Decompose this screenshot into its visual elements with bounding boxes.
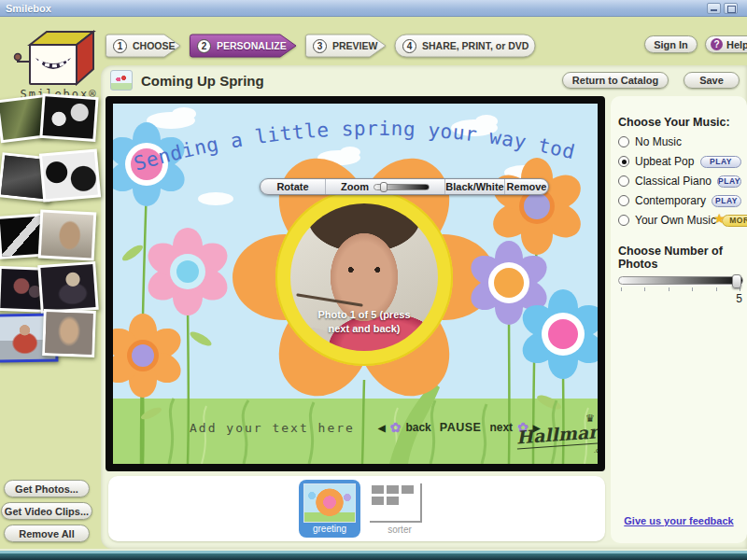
radio-no-music[interactable] (618, 136, 629, 147)
radio-contemporary[interactable] (618, 195, 629, 206)
photo-toolbar: Rotate Zoom Black/White Remove (260, 178, 549, 195)
remove-button[interactable]: Remove (505, 179, 548, 194)
music-option-contemporary: Contemporary PLAY (618, 193, 741, 208)
bottom-border-strip (0, 549, 747, 560)
play-button[interactable]: PLAY (712, 195, 741, 207)
photo-thumbnail[interactable] (42, 309, 96, 357)
music-option-classical-piano: Classical Piano PLAY (618, 174, 741, 189)
play-button[interactable]: PLAY (700, 156, 741, 168)
maximize-button[interactable] (724, 3, 738, 14)
photo-thumbnail[interactable] (39, 148, 101, 202)
play-button[interactable]: PLAY (717, 175, 741, 188)
get-photos-button[interactable]: Get Photos... (4, 480, 90, 497)
help-label: Help (726, 39, 747, 50)
zoom-slider[interactable] (374, 184, 430, 190)
remove-all-button[interactable]: Remove All (4, 525, 90, 542)
zoom-slider-thumb[interactable] (380, 182, 388, 192)
step-number: 1 (113, 39, 127, 53)
pause-button[interactable]: PAUSE (440, 421, 482, 434)
photo-count-slider-thumb[interactable] (732, 274, 741, 288)
photo-thumbnail[interactable] (38, 209, 97, 260)
black-white-button[interactable]: Black/White (445, 179, 505, 194)
sorter-slide-label: sorter (370, 525, 430, 535)
zoom-label: Zoom (341, 181, 369, 192)
sorter-slide[interactable]: sorter (370, 483, 430, 538)
step-number: 2 (197, 39, 211, 53)
app-background: Smilebox® 1 CHOOSE 2 PERSONALIZE 3 PREVI… (0, 17, 747, 560)
photo-thumbnail[interactable] (37, 261, 98, 314)
flower-icon: ✿ (390, 421, 402, 434)
hallmark-logo: ♛ Hallmark .com (516, 413, 598, 455)
greeting-slide-thumbnail (303, 483, 356, 523)
radio-classical-piano[interactable] (618, 175, 629, 187)
sign-in-button[interactable]: Sign In (644, 35, 698, 53)
card-photo[interactable]: Photo 1 of 5 (press next and back) (290, 203, 438, 351)
sorter-icon (370, 483, 422, 523)
music-option-upbeat-pop: Upbeat Pop PLAY (618, 154, 741, 169)
slide-tray: greeting sorter (108, 476, 605, 541)
back-button[interactable]: back (405, 421, 430, 434)
slider-ticks (621, 287, 740, 291)
step-preview[interactable]: 3 PREVIEW (304, 34, 387, 58)
save-button[interactable]: Save (684, 72, 740, 89)
step-label: CHOOSE (133, 40, 176, 51)
greeting-slide-label: greeting (299, 524, 360, 534)
card-preview: Sending a little spring your way today! … (106, 96, 605, 471)
step-label: SHARE, PRINT, or DVD (422, 40, 529, 51)
step-label: PERSONALIZE (217, 40, 287, 51)
music-section-label: Choose Your Music: (618, 116, 730, 129)
design-title: Coming Up Spring (141, 73, 264, 89)
back-arrow-icon[interactable]: ◀ (378, 423, 386, 433)
greeting-slide-selected[interactable]: greeting (299, 480, 360, 538)
smilebox-logo-icon (13, 24, 105, 86)
photo-thumbnail[interactable] (39, 93, 98, 142)
content-header: Coming Up Spring Return to Catalog Save (101, 65, 747, 95)
photo-count-value: 5 (618, 292, 743, 305)
step-share-print-dvd[interactable]: 4 SHARE, PRINT, or DVD (394, 34, 536, 58)
design-thumbnail-icon (110, 70, 133, 91)
zoom-control: Zoom (326, 179, 445, 194)
feedback-link[interactable]: Give us your feedback (624, 515, 733, 526)
photo-frame-ring: Photo 1 of 5 (press next and back) (275, 189, 453, 366)
music-option-your-own-music: Your Own Music ★ MORE (618, 213, 741, 228)
photo-caption: Photo 1 of 5 (press next and back) (290, 308, 438, 336)
help-icon: ? (711, 38, 723, 50)
step-navigation: 1 CHOOSE 2 PERSONALIZE 3 PREVIEW 4 SHARE… (105, 34, 536, 58)
music-option-no-music: No Music (618, 134, 741, 149)
step-choose[interactable]: 1 CHOOSE (105, 34, 181, 58)
radio-your-own-music[interactable] (618, 215, 629, 226)
window-title: Smilebox (6, 3, 51, 14)
photo-count-label: Choose Number of Photos (618, 245, 741, 271)
window-titlebar: Smilebox (0, 0, 747, 17)
step-number: 4 (402, 39, 416, 53)
step-number: 3 (313, 39, 327, 53)
rotate-button[interactable]: Rotate (261, 179, 326, 194)
return-to-catalog-button[interactable]: Return to Catalog (562, 72, 669, 89)
next-button[interactable]: next (489, 421, 513, 434)
smilebox-logo: Smilebox® (13, 24, 105, 101)
help-button[interactable]: ? Help (705, 35, 747, 53)
photo-count-slider[interactable] (618, 276, 743, 285)
radio-upbeat-pop[interactable] (618, 156, 629, 167)
step-label: PREVIEW (332, 40, 377, 51)
photo-count-slider-box: 5 (618, 276, 743, 305)
text-placeholder[interactable]: Add your text here (190, 421, 355, 435)
step-personalize[interactable]: 2 PERSONALIZE (189, 34, 297, 58)
get-video-clips-button[interactable]: Get Video Clips... (1, 502, 92, 520)
star-icon: ★ (713, 211, 726, 226)
minimize-button[interactable] (707, 3, 721, 14)
options-panel: Choose Your Music: No Music Upbeat Pop P… (611, 96, 747, 543)
main-panel: Coming Up Spring Return to Catalog Save (101, 65, 747, 549)
